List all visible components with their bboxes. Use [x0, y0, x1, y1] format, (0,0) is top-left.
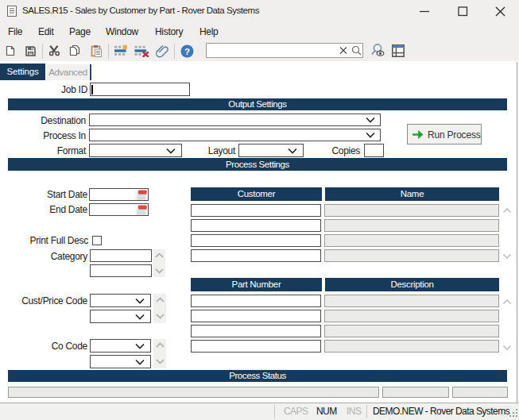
svg-text:?: ? [184, 47, 190, 56]
